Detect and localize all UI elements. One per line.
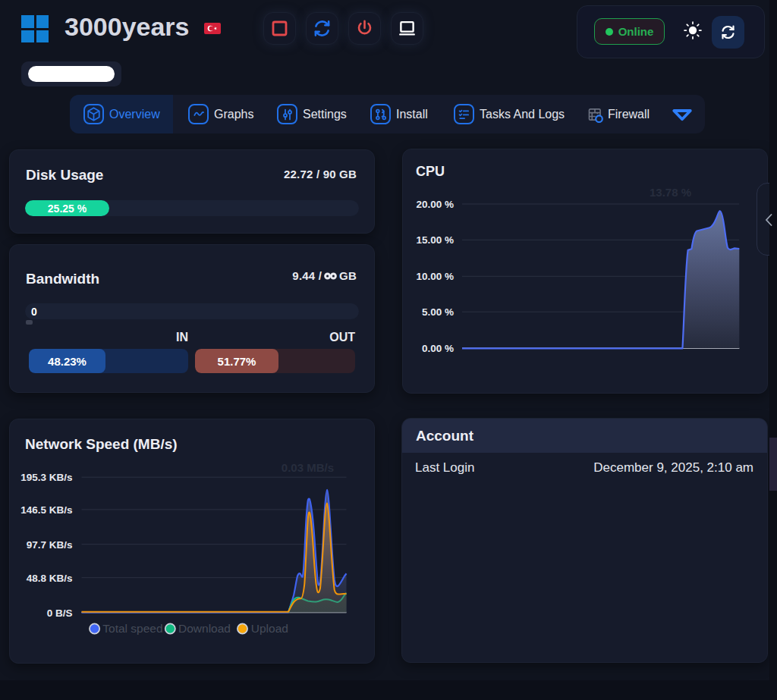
svg-text:Total speed: Total speed <box>102 622 162 635</box>
svg-text:195.3 KB/s: 195.3 KB/s <box>20 472 72 483</box>
svg-text:48.8 KB/s: 48.8 KB/s <box>27 573 73 584</box>
svg-text:97.7 KB/s: 97.7 KB/s <box>27 539 73 551</box>
svg-text:Upload: Upload <box>251 622 288 635</box>
svg-text:5.00 %: 5.00 % <box>422 306 454 318</box>
svg-text:146.5 KB/s: 146.5 KB/s <box>20 504 72 516</box>
svg-text:10.00 %: 10.00 % <box>416 271 454 282</box>
svg-text:13.78 %: 13.78 % <box>650 186 691 199</box>
svg-text:15.00 %: 15.00 % <box>416 234 454 246</box>
svg-text:0.00 %: 0.00 % <box>422 343 454 354</box>
svg-text:20.00 %: 20.00 % <box>416 199 454 210</box>
svg-text:0 B/S: 0 B/S <box>47 607 73 619</box>
svg-text:0.03 MB/s: 0.03 MB/s <box>282 461 334 474</box>
svg-text:Download: Download <box>178 622 231 635</box>
